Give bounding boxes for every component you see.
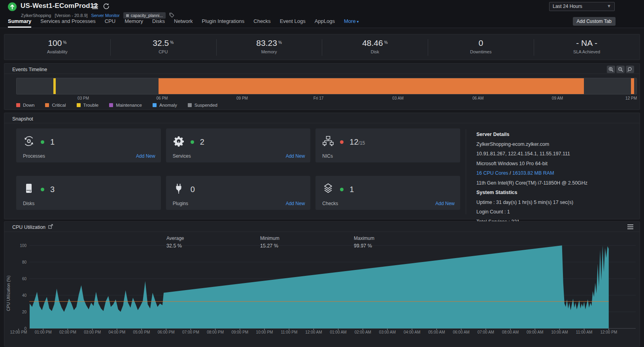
checks-icon [322,183,334,196]
tab-network[interactable]: Network [174,18,193,28]
timeline-tick: 09 PM [236,96,248,100]
svg-text:02:00 PM: 02:00 PM [59,330,76,334]
snapshot-card-nics[interactable]: 12/15NICs [315,128,460,162]
refresh-icon[interactable] [103,3,110,11]
add-new-link[interactable]: Add New [286,201,305,206]
services-icon [173,135,185,149]
status-up-dot [340,188,344,191]
zoom-in-icon[interactable] [607,66,615,73]
svg-text:04:00 PM: 04:00 PM [108,330,125,334]
cpu-area-chart: 02040608010012:00 PM01:00 PM02:00 PM03:0… [4,242,640,347]
edit-tags-icon[interactable] [169,13,174,19]
card-bottom: NICs [322,153,455,159]
svg-text:CPU Utilization (%): CPU Utilization (%) [6,275,11,311]
cpu-stat-label: Minimum [260,236,354,241]
card-bottom: PluginsAdd New [173,201,305,206]
tab-plugin-integrations[interactable]: Plugin Integrations [202,18,245,28]
cpu-stat-label: Average [166,236,260,241]
card-label: Plugins [173,201,188,206]
cpu-utilization-title: CPU Utilization [12,222,45,232]
tab-applogs[interactable]: AppLogs [315,18,335,28]
status-up-dot [41,188,44,191]
status-up-dot [41,140,44,144]
card-count: 0 [191,185,195,194]
legend-item-down: Down [16,103,34,107]
stat-sla-achieved: - NA -SLA Achieved [534,34,640,60]
tag-chip-label: capacity_planni... [131,13,163,18]
tab-label: Services and Processes [40,18,95,24]
tab-cpu[interactable]: CPU [105,18,115,28]
timeline-tick: 09 AM [552,96,563,100]
add-new-link[interactable]: Add New [435,201,455,206]
tab-label: Memory [125,18,143,24]
snapshot-card-plugins[interactable]: 0PluginsAdd New [166,176,311,210]
breadcrumb-app[interactable]: ZylkerShopping [21,13,51,18]
cpu-cores-link[interactable]: 16 CPU Cores [476,170,508,176]
tag-chip[interactable]: capacity_planni... [123,12,166,19]
tab-more[interactable]: More ▾ [344,18,359,28]
zoom-reset-icon[interactable] [626,66,634,73]
add-new-link[interactable]: Add New [136,153,155,159]
timeline-tick: 12 PM [625,96,637,100]
stat-unit: % [170,40,174,45]
status-down-dot [340,140,344,144]
server-uptime: Uptime : 31 day(s) 1 hr(s) 5 min(s) 17 s… [476,200,633,205]
snapshot-card-processes[interactable]: 1ProcessesAdd New [16,128,161,162]
stat-downtimes: 0Downtimes [428,34,534,60]
card-bottom: Disks [23,201,155,206]
card-bottom: ProcessesAdd New [23,153,155,159]
svg-text:07:00 AM: 07:00 AM [478,330,494,334]
timeline-event-trouble[interactable] [53,78,56,94]
svg-text:80: 80 [22,260,27,264]
tab-services-and-processes[interactable]: Services and Processes [40,18,95,28]
events-timeline-panel: Events Timeline 03 PM06 PM09 PMFri 1703 … [4,63,640,110]
svg-text:20: 20 [22,310,27,314]
snapshot-card-checks[interactable]: 1ChecksAdd New [315,176,460,210]
tab-label: Checks [253,18,270,24]
timeline-legend: DownCriticalTroubleMaintenanceAnomalySus… [16,103,217,107]
tab-event-logs[interactable]: Event Logs [280,18,306,28]
card-label: Disks [23,201,34,206]
tab-summary[interactable]: Summary [8,18,31,28]
card-top: 2 [173,135,311,149]
card-label: Services [173,153,191,159]
tab-label: Summary [8,18,31,24]
legend-label: Trouble [83,103,99,107]
add-new-link[interactable]: Add New [286,153,305,159]
stat-value: 100% [4,38,110,48]
snapshot-card-services[interactable]: 2ServicesAdd New [166,128,311,162]
timeline-event-critical[interactable] [631,78,634,94]
ram-link[interactable]: 16103.82 MB RAM [512,170,554,176]
tab-checks[interactable]: Checks [253,18,270,28]
card-count: 3 [50,185,55,194]
timeline-event-critical[interactable] [159,78,584,94]
external-link-icon[interactable] [48,222,53,232]
stat-value: - NA - [534,38,640,48]
tab-memory[interactable]: Memory [125,18,143,28]
cpu-chart: 02040608010012:00 PM01:00 PM02:00 PM03:0… [4,242,640,347]
zoom-out-icon[interactable] [616,66,625,73]
svg-text:11:00 PM: 11:00 PM [281,330,297,334]
svg-text:10:00 AM: 10:00 AM [551,330,568,334]
time-range-select[interactable]: Last 24 Hours ▼ [549,2,615,11]
stat-number: 83.23 [256,38,277,47]
stat-label: Memory [216,49,322,54]
events-timeline-track[interactable] [16,78,637,94]
card-count: 12/15 [349,138,365,147]
chart-menu-icon[interactable] [627,224,633,231]
breadcrumb-monitor-type[interactable]: Server Monitor [91,13,120,18]
snapshot-card-disks[interactable]: 3Disks [16,176,161,210]
system-statistics-title: System Statistics [476,190,633,195]
server-hardware: 16 CPU Cores / 16103.82 MB RAM [476,170,633,176]
tab-disks[interactable]: Disks [152,18,165,28]
svg-text:40: 40 [22,293,27,298]
svg-text:100: 100 [20,243,26,248]
monitor-list-icon[interactable] [92,4,98,11]
tab-label: Disks [152,18,165,24]
stat-number: - NA - [576,38,597,47]
stat-availability: 100%Availability [4,34,110,60]
card-label: Processes [23,153,45,159]
monitor-up-status-icon [8,2,17,11]
card-top: 12/15 [322,135,460,149]
server-os: Microsoft Windows 10 Pro 64-bit [476,161,633,166]
